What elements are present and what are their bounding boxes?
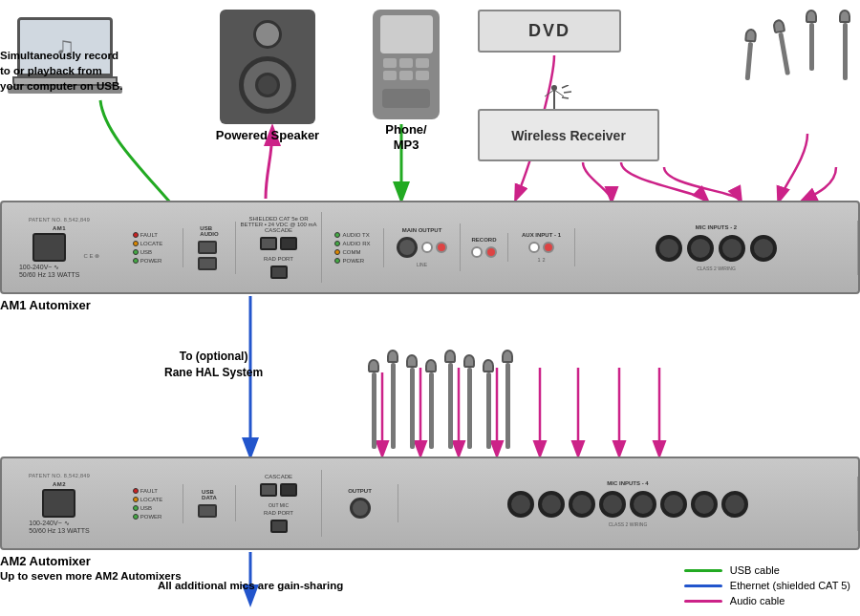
mic-neck-1: [843, 23, 848, 80]
am1-power-label: POWER: [140, 258, 162, 264]
mid-mics-area: [363, 306, 860, 454]
am1-label: AM1 Automixer: [0, 298, 91, 312]
up-to-seven-caption: Up to seven more AM2 Automixers: [0, 568, 182, 584]
am2-usb-header: USBDATA: [202, 489, 217, 500]
usb-caption: Simultaneously record to or playback fro…: [0, 48, 158, 94]
am2-locate-led: [133, 497, 139, 502]
am1-locate-led: [133, 241, 139, 246]
am2-xlr-out: [350, 498, 371, 519]
am1-main-output-label: MAIN OUTPUT: [402, 227, 442, 233]
am2-mic-inputs-label: MIC INPUTS - 4: [607, 480, 648, 486]
am1-main-output-section: MAIN OUTPUT LINE: [384, 223, 461, 271]
am2-led-fault: FAULT: [133, 488, 163, 494]
am1-xlr-4: [656, 235, 682, 262]
am1-usb-label: USB: [140, 249, 152, 255]
am1-input-2-label: 2: [543, 257, 546, 263]
legend-usb: USB cable: [684, 564, 850, 576]
am2-xlr-5: [599, 491, 626, 518]
am2-led-usb: USB: [133, 505, 163, 511]
am2-fault-label: FAULT: [140, 488, 158, 494]
phone-mp3-device: Phone/MP3: [363, 10, 449, 152]
wireless-receiver-label: Wireless Receiver: [511, 128, 626, 143]
am1-status-section: FAULT LOCATE USB POWER: [117, 228, 183, 267]
dvd-label: DVD: [528, 21, 570, 41]
svg-line-4: [562, 85, 569, 88]
am1-usb-port-2: [198, 257, 217, 270]
am1-power-led: [133, 258, 139, 264]
am1-usb-header: USBAUDIO: [200, 225, 218, 237]
am2-voltage: 100-240V~ ∿50/60 Hz 13 WATTS: [29, 520, 89, 534]
phone-btn: [383, 58, 397, 68]
mid-mic-neck-6: [467, 368, 472, 449]
am1-audio-tx-label: AUDIO TX: [342, 232, 369, 238]
mid-mic-neck-5: [448, 363, 453, 449]
am2-xlr-8: [507, 491, 534, 518]
am1-audio-tx-section: AUDIO TX AUDIO RX COMM POWER: [322, 228, 384, 267]
phone-btn-5: [399, 71, 413, 80]
top-mics-area: [640, 0, 860, 201]
am1-aux-rca-1: [528, 242, 540, 253]
mid-mic-neck-7: [486, 372, 491, 449]
am2-cascade-label: CASCADE: [265, 474, 292, 479]
mid-mic-3: [406, 354, 418, 449]
wireless-box: Wireless Receiver: [478, 109, 659, 161]
am1-aux-rca-2: [543, 242, 554, 253]
mic-2: [806, 10, 817, 71]
am2-usb-led: [133, 505, 139, 511]
am1-led-locate: LOCATE: [133, 241, 163, 246]
am2-label: AM2 Automixer: [0, 554, 91, 568]
phone-box: [373, 10, 440, 119]
am1-audio-tx: AUDIO TX: [334, 232, 370, 238]
mid-mic-5: [444, 350, 456, 449]
phone-btn-2: [399, 58, 413, 68]
am1-audio-tx-group: AUDIO TX AUDIO RX COMM POWER: [334, 232, 370, 264]
am2-power-inlet: [42, 489, 75, 518]
am1-record-rca-r: [485, 246, 497, 258]
am2-power-label: POWER: [140, 514, 162, 520]
am2-name: AM2: [53, 481, 66, 487]
am2-rad-port-label: RAD PORT: [264, 510, 293, 516]
am2-xlr-4: [630, 491, 656, 518]
svg-line-3: [554, 90, 564, 96]
legend-audio: Audio cable: [684, 595, 850, 606]
am2-usb-port-1: [198, 504, 217, 518]
phone-bottom: [382, 89, 430, 108]
mic-3: [772, 18, 793, 75]
mid-mic-head-5: [444, 350, 456, 363]
mid-mic-6: [463, 354, 475, 449]
mid-mic-head-1: [368, 359, 379, 372]
am2-status-section: FAULT LOCATE USB POWER: [117, 484, 183, 523]
am2-mic-inputs-section: MIC INPUTS - 4 CLASS 2 WIRING: [398, 477, 858, 531]
am1-aux-rca: [528, 242, 554, 253]
am1-led-usb: USB: [133, 249, 163, 255]
am1-usb-led: [133, 249, 139, 255]
am1-rj45-out: [280, 237, 297, 250]
mic-4: [742, 29, 758, 81]
am2-xlr-1: [721, 491, 748, 518]
am1-comm-led: [334, 249, 340, 255]
phone-screen: [380, 15, 433, 53]
am1-power-inlet: [32, 233, 66, 262]
speaker-box: [220, 10, 315, 124]
powered-speaker-device: Powered Speaker: [210, 10, 325, 143]
am2-rad-port: [270, 520, 288, 533]
am1-xlr-2: [719, 235, 745, 262]
mid-mic-neck-4: [429, 372, 434, 449]
am1-record-section: RECORD: [461, 233, 508, 262]
mic-head-4: [744, 29, 757, 43]
am2-power-section: PATENT NO. 8,542,849 AM2 100-240V~ ∿50/6…: [2, 460, 117, 546]
am2-rj45-out: [280, 483, 297, 497]
phone-btn-4: [383, 71, 397, 80]
am1-automixer-unit: PATENT NO. 8,542,849 AM1 100-240V~ ∿50/6…: [0, 201, 860, 294]
am1-xlr-1: [750, 235, 777, 262]
diagram-container: Simultaneously record to or playback fro…: [0, 0, 860, 616]
mid-mic-1: [368, 359, 379, 449]
mid-mic-2: [387, 350, 398, 449]
am2-usb-label: USB: [140, 505, 152, 511]
dvd-box: DVD: [478, 10, 621, 53]
phone-buttons: [377, 58, 435, 80]
am1-led-power: POWER: [133, 258, 163, 264]
am1-rca-white: [421, 242, 433, 253]
am1-xlr-3: [687, 235, 714, 262]
am1-led-group: FAULT LOCATE USB POWER: [133, 232, 163, 264]
